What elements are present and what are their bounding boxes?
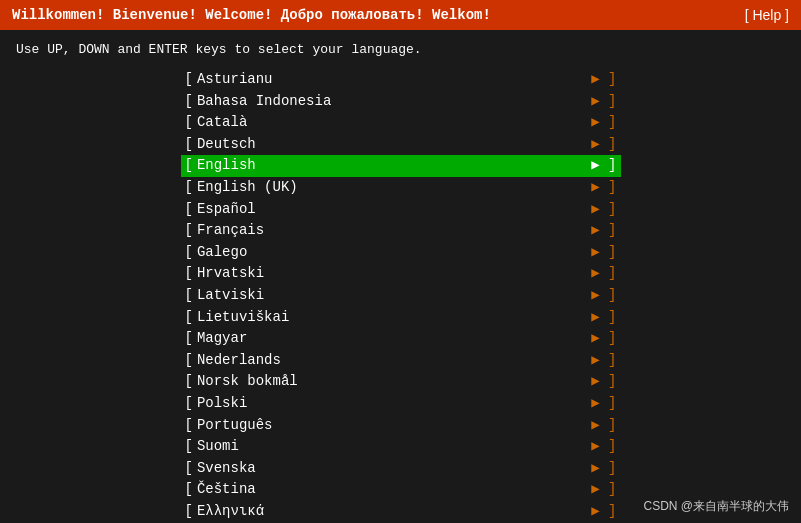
- left-bracket: [: [185, 200, 193, 220]
- language-name: Lietuviškai: [197, 308, 581, 328]
- language-name: Norsk bokmål: [197, 372, 581, 392]
- arrow-icon: ▶ ]: [591, 394, 616, 414]
- arrow-icon: ▶ ]: [591, 351, 616, 371]
- language-item[interactable]: [ Suomi ▶ ]: [181, 436, 621, 458]
- language-name: English (UK): [197, 178, 581, 198]
- left-bracket: [: [185, 156, 193, 176]
- left-bracket: [: [185, 416, 193, 436]
- arrow-icon: ▶ ]: [591, 416, 616, 436]
- language-item[interactable]: [ Čeština ▶ ]: [181, 479, 621, 501]
- left-bracket: [: [185, 264, 193, 284]
- help-button[interactable]: [ Help ]: [745, 7, 789, 23]
- left-bracket: [: [185, 286, 193, 306]
- arrow-icon: ▶ ]: [591, 221, 616, 241]
- arrow-icon: ▶ ]: [591, 156, 616, 176]
- language-item[interactable]: [ Latviski ▶ ]: [181, 285, 621, 307]
- watermark: CSDN @来自南半球的大伟: [643, 498, 789, 515]
- arrow-icon: ▶ ]: [591, 243, 616, 263]
- arrow-icon: ▶ ]: [591, 264, 616, 284]
- left-bracket: [: [185, 502, 193, 522]
- arrow-icon: ▶ ]: [591, 308, 616, 328]
- arrow-icon: ▶ ]: [591, 372, 616, 392]
- left-bracket: [: [185, 351, 193, 371]
- language-item[interactable]: [ Català ▶ ]: [181, 112, 621, 134]
- left-bracket: [: [185, 70, 193, 90]
- language-item[interactable]: [ Lietuviškai ▶ ]: [181, 307, 621, 329]
- language-item[interactable]: [ English (UK) ▶ ]: [181, 177, 621, 199]
- language-item[interactable]: [ English ▶ ]: [181, 155, 621, 177]
- arrow-icon: ▶ ]: [591, 178, 616, 198]
- language-name: Português: [197, 416, 581, 436]
- language-item[interactable]: [ Hrvatski ▶ ]: [181, 263, 621, 285]
- language-name: Nederlands: [197, 351, 581, 371]
- arrow-icon: ▶ ]: [591, 437, 616, 457]
- language-name: Català: [197, 113, 581, 133]
- language-name: English: [197, 156, 581, 176]
- language-name: Asturianu: [197, 70, 581, 90]
- arrow-icon: ▶ ]: [591, 329, 616, 349]
- language-item[interactable]: [ Galego ▶ ]: [181, 242, 621, 264]
- left-bracket: [: [185, 92, 193, 112]
- left-bracket: [: [185, 372, 193, 392]
- language-name: Bahasa Indonesia: [197, 92, 581, 112]
- left-bracket: [: [185, 113, 193, 133]
- left-bracket: [: [185, 308, 193, 328]
- language-item[interactable]: [ Nederlands ▶ ]: [181, 350, 621, 372]
- left-bracket: [: [185, 459, 193, 479]
- left-bracket: [: [185, 178, 193, 198]
- arrow-icon: ▶ ]: [591, 502, 616, 522]
- language-name: Polski: [197, 394, 581, 414]
- language-item[interactable]: [ Deutsch ▶ ]: [181, 134, 621, 156]
- language-item[interactable]: [ Ελληνικά ▶ ]: [181, 501, 621, 523]
- arrow-icon: ▶ ]: [591, 113, 616, 133]
- left-bracket: [: [185, 243, 193, 263]
- language-item[interactable]: [ Bahasa Indonesia ▶ ]: [181, 91, 621, 113]
- language-item[interactable]: [ Português ▶ ]: [181, 415, 621, 437]
- language-name: Magyar: [197, 329, 581, 349]
- welcome-text: Willkommen! Bienvenue! Welcome! Добро по…: [12, 7, 491, 23]
- language-name: Deutsch: [197, 135, 581, 155]
- language-item[interactable]: [ Svenska ▶ ]: [181, 458, 621, 480]
- instruction-text: Use UP, DOWN and ENTER keys to select yo…: [16, 42, 422, 57]
- language-item[interactable]: [ Norsk bokmål ▶ ]: [181, 371, 621, 393]
- instruction-bar: Use UP, DOWN and ENTER keys to select yo…: [0, 34, 801, 65]
- arrow-icon: ▶ ]: [591, 70, 616, 90]
- language-item[interactable]: [ Magyar ▶ ]: [181, 328, 621, 350]
- left-bracket: [: [185, 329, 193, 349]
- arrow-icon: ▶ ]: [591, 135, 616, 155]
- language-name: Latviski: [197, 286, 581, 306]
- language-name: Français: [197, 221, 581, 241]
- language-item[interactable]: [ Español ▶ ]: [181, 199, 621, 221]
- header-bar: Willkommen! Bienvenue! Welcome! Добро по…: [0, 0, 801, 30]
- left-bracket: [: [185, 480, 193, 500]
- language-name: Ελληνικά: [197, 502, 581, 522]
- language-item[interactable]: [ Français ▶ ]: [181, 220, 621, 242]
- language-name: Suomi: [197, 437, 581, 457]
- arrow-icon: ▶ ]: [591, 92, 616, 112]
- language-name: Español: [197, 200, 581, 220]
- language-list: [ Asturianu ▶ ][ Bahasa Indonesia ▶ ][ C…: [0, 65, 801, 523]
- language-name: Čeština: [197, 480, 581, 500]
- left-bracket: [: [185, 437, 193, 457]
- left-bracket: [: [185, 221, 193, 241]
- language-name: Galego: [197, 243, 581, 263]
- left-bracket: [: [185, 135, 193, 155]
- language-name: Svenska: [197, 459, 581, 479]
- arrow-icon: ▶ ]: [591, 480, 616, 500]
- arrow-icon: ▶ ]: [591, 286, 616, 306]
- arrow-icon: ▶ ]: [591, 459, 616, 479]
- arrow-icon: ▶ ]: [591, 200, 616, 220]
- language-item[interactable]: [ Asturianu ▶ ]: [181, 69, 621, 91]
- app-container: Willkommen! Bienvenue! Welcome! Добро по…: [0, 0, 801, 523]
- left-bracket: [: [185, 394, 193, 414]
- language-name: Hrvatski: [197, 264, 581, 284]
- language-item[interactable]: [ Polski ▶ ]: [181, 393, 621, 415]
